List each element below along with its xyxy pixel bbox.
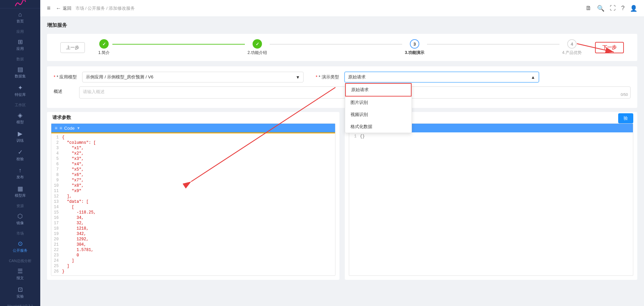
line-number: 18 <box>51 226 62 231</box>
sidebar-item-label: 数据集 <box>15 74 26 79</box>
app-model-select[interactable]: 示例应用 / 示例模型_房价预测 / V6 ▼ <box>82 72 304 82</box>
prev-step-button[interactable]: 上一步 <box>60 42 85 53</box>
sidebar-item-feature[interactable]: ✦ 特征库 <box>0 81 40 100</box>
request-code-toolbar: ≡ ≡ Code ▼ <box>51 124 335 132</box>
step-2: ✓ 2.功能介绍 <box>248 39 267 56</box>
menu-icon[interactable]: ≡ <box>47 5 51 12</box>
request-toolbar-icon2[interactable]: ≡ <box>59 125 62 131</box>
next-step-button[interactable]: 下一步 <box>595 42 624 53</box>
sidebar: ⌂ 首页 应用 ⊞ 应用 数据 ▤ 数据集 ✦ 特征库 工作区 ◈ 模型 ▶ 训… <box>0 0 40 306</box>
sidebar-section-data: 数据 <box>0 54 40 63</box>
sidebar-item-label: 应用 <box>16 46 24 51</box>
code-line: 10 "x8", <box>51 183 335 188</box>
line-number: 10 <box>51 183 62 188</box>
step-line-1 <box>112 44 245 45</box>
sidebar-item-paper[interactable]: ☰ 报文 <box>0 265 40 283</box>
sidebar-item-modellib[interactable]: ▦ 模型库 <box>0 182 40 201</box>
code-line: 13 "data": [ <box>51 199 335 204</box>
desc-label: 概述 <box>54 86 74 95</box>
line-number: 25 <box>51 264 62 268</box>
back-button[interactable]: ← 返回 <box>56 5 71 11</box>
request-toolbar-caret-icon: ▼ <box>76 126 80 130</box>
form-section: * 应用模型 示例应用 / 示例模型_房价预测 / V6 ▼ * 演示类型 原始… <box>47 66 637 108</box>
app-model-value: 示例应用 / 示例模型_房价预测 / V6 <box>86 74 153 80</box>
search-icon[interactable]: 🔍 <box>597 5 604 12</box>
model-icon: ◈ <box>18 112 22 119</box>
line-number: 9 <box>51 178 62 183</box>
code-line: 9 "x7", <box>51 178 335 183</box>
avatar[interactable]: 👤 <box>630 5 637 12</box>
request-code-editor: ≡ ≡ Code ▼ 1 { 2 "columns": [ 3 "x1", 4 … <box>51 123 335 276</box>
request-toolbar-icon1[interactable]: ≡ <box>55 125 57 131</box>
sidebar-item-dataset[interactable]: ▤ 数据集 <box>0 63 40 81</box>
line-number: 6 <box>51 162 62 167</box>
line-number: 16 <box>51 216 62 220</box>
response-code-body[interactable]: 1 {} <box>349 132 633 276</box>
sidebar-item-label: 实验 <box>16 294 24 299</box>
sidebar-item-public-service[interactable]: ⊙ 公开服务 <box>0 237 40 256</box>
line-content: [ <box>62 205 74 209</box>
sidebar-item-label: 公开服务 <box>13 248 28 253</box>
help-icon[interactable]: ? <box>621 5 625 12</box>
dataset-icon: ▤ <box>17 66 23 73</box>
doc-icon[interactable]: 🗎 <box>586 5 592 12</box>
code-line: 16 34, <box>51 215 335 221</box>
line-number: 12 <box>51 194 62 199</box>
line-content: "x9" <box>62 189 82 193</box>
dropdown-option-video[interactable]: 视频识别 <box>345 109 412 121</box>
code-line: 1 { <box>51 135 335 140</box>
step-2-label: 2.功能介绍 <box>248 50 267 56</box>
sidebar-item-model[interactable]: ◈ 模型 <box>0 109 40 127</box>
line-content: -118.25, <box>62 210 96 215</box>
sidebar-item-publish[interactable]: ↑ 发布 <box>0 164 40 182</box>
code-line: 5 "x3", <box>51 156 335 162</box>
sidebar-item-label: 模型库 <box>15 193 26 198</box>
sidebar-item-experiment[interactable]: ⊡ 实验 <box>0 283 40 302</box>
sidebar-logo <box>0 0 40 8</box>
request-code-body[interactable]: 1 { 2 "columns": [ 3 "x1", 4 "x2", 5 "x3… <box>51 132 335 276</box>
line-content: ] <box>62 264 69 268</box>
sidebar-item-app[interactable]: ⊞ 应用 <box>0 36 40 54</box>
line-number: 21 <box>51 242 62 247</box>
sidebar-item-mirror[interactable]: ⬡ 镜像 <box>0 210 40 228</box>
line-content: "x7", <box>62 178 84 183</box>
demo-type-select[interactable]: 原始请求 ▲ 原始请求 图片识别 视频识别 格式化数据 <box>344 72 539 82</box>
sidebar-item-label: 发布 <box>16 175 24 180</box>
step-line-3 <box>427 44 559 45</box>
step-1-circle: ✓ <box>99 39 109 49</box>
sidebar-item-home[interactable]: ⌂ 首页 <box>0 8 40 26</box>
page-title: 增加服务 <box>47 22 637 28</box>
sidebar-version: WaveletAI V2.3.1 <box>7 302 33 306</box>
dropdown-option-formatted[interactable]: 格式化数据 <box>345 121 412 133</box>
code-line: 22 1.5781, <box>51 247 335 253</box>
line-content: } <box>62 269 64 274</box>
dropdown-option-raw[interactable]: 原始请求 <box>345 83 412 97</box>
mirror-icon: ⬡ <box>17 212 23 220</box>
steps: ✓ 1.简介 ✓ 2.功能介绍 3 3.功能演示 4 <box>98 39 582 56</box>
line-number: 19 <box>51 232 62 236</box>
right-panel: 返回数据 验 ≡ ≡ Code ▼ 1 {} <box>345 112 637 280</box>
line-content: "x6", <box>62 173 84 177</box>
step-4: 4 4.产品优势 <box>562 39 582 56</box>
line-number: 7 <box>51 167 62 172</box>
steps-container: 上一步 ✓ 1.简介 ✓ 2.功能介绍 3 3.功能演示 <box>47 34 637 61</box>
modellib-icon: ▦ <box>17 185 23 192</box>
app-model-caret-icon: ▼ <box>296 75 300 80</box>
code-line: 11 "x9" <box>51 188 335 194</box>
code-line: 20 1292, <box>51 237 335 242</box>
line-number: 8 <box>51 173 62 177</box>
sidebar-item-train[interactable]: ▶ 训练 <box>0 127 40 146</box>
dropdown-option-image[interactable]: 图片识别 <box>345 97 412 109</box>
step-3-label: 3.功能演示 <box>405 50 424 56</box>
line-content: { <box>62 135 64 140</box>
fullscreen-icon[interactable]: ⛶ <box>610 5 616 12</box>
sidebar-item-validate[interactable]: ✓ 校验 <box>0 146 40 164</box>
code-line: 25 ] <box>51 263 335 269</box>
line-number: 4 <box>51 151 62 156</box>
line-number: 17 <box>51 221 62 226</box>
line-number: 14 <box>51 205 62 209</box>
verify-button[interactable]: 验 <box>618 113 633 123</box>
line-content: "x2", <box>62 151 84 156</box>
step-2-circle: ✓ <box>253 39 262 49</box>
code-line: 18 1218, <box>51 226 335 231</box>
